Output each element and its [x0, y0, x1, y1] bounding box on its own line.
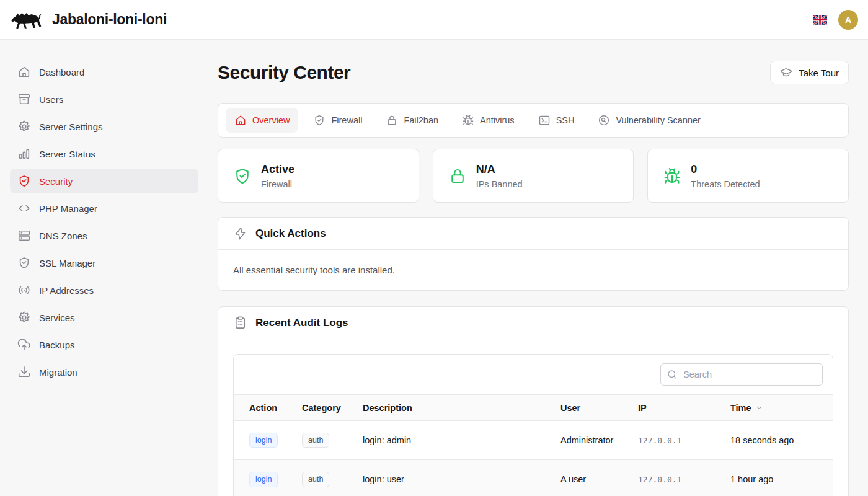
chart-icon	[17, 147, 31, 161]
sidebar-item-migration[interactable]: Migration	[10, 360, 198, 384]
brand: Jabaloni-loni-loni	[10, 7, 167, 32]
tab-fail2ban[interactable]: Fail2ban	[377, 108, 447, 133]
shield-check-icon	[17, 256, 31, 270]
uk-flag-icon	[813, 15, 827, 25]
column-header-user[interactable]: User	[560, 395, 638, 421]
topbar: Jabaloni-loni-loni A	[0, 0, 868, 40]
stat-label: Threats Detected	[691, 179, 760, 189]
sidebar-item-ssl-manager[interactable]: SSL Manager	[10, 250, 198, 275]
graduation-cap-icon	[780, 66, 792, 79]
shield-check-icon	[313, 114, 326, 126]
stat-card-ips-banned: N/A IPs Banned	[433, 149, 634, 203]
tab-ssh[interactable]: SSH	[529, 108, 583, 133]
brand-title: Jabaloni-loni-loni	[52, 11, 167, 28]
sidebar-nav: Dashboard Users Server Settings Server S…	[10, 60, 198, 384]
audit-table-container: ActionCategoryDescriptionUserIPTime logi…	[233, 354, 833, 496]
audit-logs-card: Recent Audit Logs Ac	[218, 306, 849, 496]
tab-overview[interactable]: Overview	[226, 108, 298, 133]
audit-logs-title: Recent Audit Logs	[255, 317, 348, 329]
stat-card-firewall: Active Firewall	[218, 149, 419, 203]
table-row: login auth login: admin Administrator 12…	[234, 421, 833, 460]
page-head: Security Center Take Tour	[218, 61, 849, 84]
clipboard-icon	[233, 316, 247, 330]
stat-label: Firewall	[261, 179, 294, 189]
gear-icon	[17, 311, 31, 324]
terminal-icon	[538, 114, 551, 126]
sort-desc-icon	[755, 403, 764, 412]
sidebar-item-php-manager[interactable]: PHP Manager	[10, 196, 198, 221]
server-icon	[17, 229, 31, 242]
download-icon	[17, 365, 31, 379]
sidebar-item-users[interactable]: Users	[10, 87, 198, 112]
table-row: login auth login: user A user 127.0.0.1 …	[234, 460, 833, 496]
scan-icon	[598, 114, 610, 126]
stat-cards: Active Firewall N/A IPs Banned 0 Threats…	[218, 149, 849, 203]
sidebar-item-dns-zones[interactable]: DNS Zones	[10, 223, 198, 248]
quick-actions-title: Quick Actions	[255, 228, 326, 240]
column-header-category[interactable]: Category	[302, 395, 363, 421]
lock-icon	[386, 114, 398, 126]
search-input[interactable]	[660, 363, 823, 386]
avatar[interactable]: A	[838, 10, 858, 30]
action-badge: login	[249, 433, 278, 448]
language-flag-button[interactable]	[813, 15, 827, 25]
column-header-description[interactable]: Description	[363, 395, 560, 421]
action-badge: login	[249, 472, 278, 487]
tab-vulnerability-scanner[interactable]: Vulnerability Scanner	[589, 108, 709, 133]
sidebar: Dashboard Users Server Settings Server S…	[0, 40, 208, 496]
quick-actions-card: Quick Actions All essential security too…	[218, 217, 849, 291]
tab-antivirus[interactable]: Antivirus	[453, 108, 523, 133]
user-cell: A user	[560, 460, 638, 496]
shield-check-icon	[17, 174, 31, 188]
ip-value: 127.0.0.1	[638, 475, 681, 484]
table-header-row: ActionCategoryDescriptionUserIPTime	[234, 395, 833, 421]
lock-icon	[448, 167, 467, 185]
column-header-action[interactable]: Action	[234, 395, 302, 421]
sidebar-item-server-status[interactable]: Server Status	[10, 141, 198, 166]
category-badge: auth	[302, 433, 329, 448]
stat-value: N/A	[476, 163, 523, 176]
category-badge: auth	[302, 472, 329, 487]
bug-icon	[663, 167, 681, 185]
search-box	[660, 363, 823, 386]
page-title: Security Center	[218, 62, 350, 83]
bug-icon	[462, 114, 474, 126]
sidebar-item-ip-addresses[interactable]: IP Addresses	[10, 278, 198, 303]
time-cell: 1 hour ago	[730, 460, 833, 496]
sidebar-item-backups[interactable]: Backups	[10, 332, 198, 357]
description-cell: login: admin	[363, 421, 560, 460]
home-icon	[234, 114, 247, 126]
archive-icon	[17, 92, 31, 106]
topbar-right: A	[813, 10, 858, 30]
column-header-ip[interactable]: IP	[638, 395, 730, 421]
tab-firewall[interactable]: Firewall	[304, 108, 371, 133]
code-icon	[17, 202, 31, 215]
shield-check-icon	[233, 167, 252, 185]
broadcast-icon	[17, 283, 31, 297]
sidebar-item-services[interactable]: Services	[10, 305, 198, 330]
home-icon	[17, 65, 31, 79]
cloud-up-icon	[17, 338, 31, 352]
ip-value: 127.0.0.1	[638, 436, 681, 445]
stat-value: 0	[691, 163, 760, 176]
audit-table: ActionCategoryDescriptionUserIPTime logi…	[234, 394, 833, 496]
description-cell: login: user	[363, 460, 560, 496]
main-content: Security Center Take Tour Overview Firew…	[208, 40, 868, 496]
user-cell: Administrator	[560, 421, 638, 460]
stat-value: Active	[261, 163, 294, 176]
search-icon	[666, 369, 678, 380]
sidebar-item-server-settings[interactable]: Server Settings	[10, 114, 198, 139]
security-tabs: Overview Firewall Fail2ban Antivirus SSH…	[218, 103, 849, 138]
boar-logo-icon	[10, 7, 42, 32]
stat-label: IPs Banned	[476, 179, 523, 189]
take-tour-button[interactable]: Take Tour	[770, 61, 849, 84]
column-header-time[interactable]: Time	[730, 395, 833, 421]
quick-actions-message: All essential security tools are install…	[233, 265, 833, 275]
time-cell: 18 seconds ago	[730, 421, 833, 460]
sidebar-item-dashboard[interactable]: Dashboard	[10, 60, 198, 84]
gear-icon	[17, 120, 31, 133]
zap-icon	[233, 226, 247, 241]
sidebar-item-security[interactable]: Security	[10, 169, 198, 193]
stat-card-threats-detected: 0 Threats Detected	[647, 149, 849, 203]
